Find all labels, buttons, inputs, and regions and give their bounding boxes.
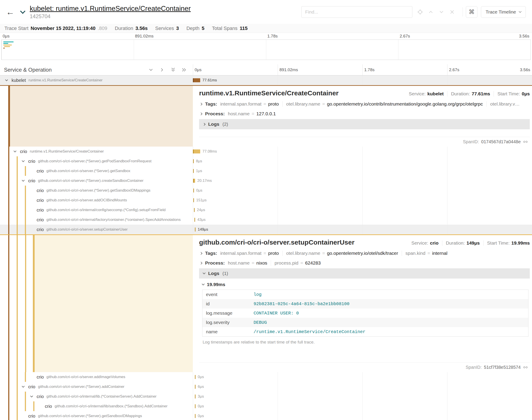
log-timestamp-row[interactable]: 19.99ms [202, 280, 529, 289]
log-footnote: Log timestamps are relative to the start… [203, 340, 529, 345]
span-duration-label: 43μs [197, 218, 205, 222]
span-row[interactable]: criogithub.com/cri-o/cri-o/server.(*Serv… [0, 156, 532, 166]
span-bar[interactable] [195, 385, 196, 389]
span-bar[interactable] [195, 404, 196, 408]
span-bar[interactable] [195, 414, 196, 418]
span-bar[interactable] [193, 198, 194, 202]
span-duration-label: 77.61ms [203, 78, 217, 82]
span-row[interactable]: criogithub.com/cri-o/cri-o/server.(*Serv… [0, 186, 532, 195]
indent-guide [17, 195, 18, 205]
span-bar[interactable] [195, 227, 196, 231]
span-row[interactable]: criogithub.com/cri-o/cri-o/internal/lib/… [0, 401, 532, 411]
span-detail-meta: Service:crio Duration:149μs Start Time:1… [411, 240, 530, 246]
span-bar[interactable] [194, 208, 195, 212]
trace-view-selector[interactable]: Trace Timeline [481, 6, 526, 18]
find-controls [416, 8, 456, 16]
span-detail-title: github.com/cri-o/cri-o/server.setupConta… [199, 239, 354, 246]
indent-guide [25, 392, 26, 401]
span-bar[interactable] [194, 218, 195, 222]
find-clear-icon[interactable] [448, 8, 456, 16]
trace-duration: Duration3.56s [115, 26, 148, 31]
log-field-value: log [250, 290, 529, 299]
indent-guide [17, 166, 18, 176]
logs-accordion[interactable]: Logs (1) [199, 268, 530, 279]
span-row[interactable]: criogithub.com/cri-o/cri-o/internal/fact… [0, 215, 532, 225]
span-row[interactable]: criogithub.com/cri-o/cri-o/server.(*Serv… [0, 176, 532, 186]
span-row[interactable]: kubeletruntime.v1.RuntimeService/CreateC… [0, 75, 532, 85]
process-accordion[interactable]: Process: host.name=127.0.0.1 [199, 109, 530, 119]
back-button[interactable]: ← [4, 6, 16, 18]
chevron-right-icon [200, 262, 203, 265]
jaeger-trace-page: ← kubelet: runtime.v1.RuntimeService/Cre… [0, 0, 532, 420]
process-accordion[interactable]: Process: host.name=nixosprocess.pid=6242… [199, 258, 530, 268]
service-name: crio [37, 394, 44, 399]
link-icon[interactable] [523, 365, 528, 370]
span-row[interactable]: criogithub.com/cri-o/cri-o/server.(*Serv… [0, 166, 532, 176]
indent-guide [25, 195, 26, 205]
span-bar[interactable] [193, 169, 194, 173]
span-row[interactable]: criogithub.com/cri-o/cri-o/server.addIma… [0, 372, 532, 382]
chevron-down-icon [519, 10, 522, 13]
service-name: crio [28, 384, 35, 390]
expand-all-icon[interactable] [181, 67, 188, 73]
trace-minimap[interactable] [1, 40, 531, 60]
tag-pair: process.pid=624283 [271, 260, 321, 266]
service-name: crio [28, 159, 35, 164]
find-prev-icon[interactable] [427, 8, 435, 16]
chevron-down-icon[interactable] [4, 78, 9, 83]
span-row[interactable]: criogithub.com/cri-o/cri-o/internal/conf… [0, 205, 532, 215]
span-bar[interactable] [193, 179, 195, 183]
span-row[interactable]: criogithub.com/cri-o/cri-o/server.(*Serv… [0, 382, 532, 392]
locate-icon[interactable] [416, 8, 424, 16]
minimap-span [3, 45, 12, 45]
log-field-key: log.severity [203, 318, 250, 327]
operation-name: github.com/cri-o/cri-o/server.(*Server).… [38, 159, 151, 164]
spanid-row: SpanID: 51cf7f38e5128574 [199, 362, 530, 371]
span-row[interactable]: criogithub.com/cri-o/cri-o/server.addOCI… [0, 195, 532, 205]
link-icon[interactable] [523, 139, 528, 144]
span-detail-crio: github.com/cri-o/cri-o/server.setupConta… [0, 234, 532, 372]
indent-guide [17, 382, 18, 392]
service-name: crio [37, 188, 44, 193]
indent-guide [8, 215, 9, 225]
span-row[interactable]: criogithub.com/cri-o/cri-o/server.(*Serv… [0, 411, 532, 420]
indent-guide [17, 392, 18, 401]
log-entry: 19.99ms eventlogid92b82381-025c-4a64-815… [199, 279, 530, 345]
indent-guide [25, 215, 26, 225]
span-row[interactable]: crioruntime.v1.RuntimeService/CreateCont… [0, 147, 532, 156]
indent-guide [33, 235, 35, 372]
span-duration-label: 0μs [198, 404, 204, 408]
span-row[interactable]: criogithub.com/cri-o/cri-o/internal/lib.… [0, 392, 532, 401]
span-bar[interactable] [193, 150, 200, 153]
span-bar[interactable] [193, 159, 194, 163]
operation-name: github.com/cri-o/cri-o/server.(*Server).… [38, 179, 143, 183]
find-next-icon[interactable] [438, 8, 445, 16]
chevron-down-icon[interactable] [29, 394, 34, 399]
span-bar[interactable] [193, 78, 200, 82]
detail-indent-crio [0, 235, 193, 372]
keyboard-shortcuts-button[interactable]: ⌘ [466, 6, 477, 18]
collapse-one-icon[interactable] [148, 67, 154, 73]
collapse-all-icon[interactable] [170, 67, 176, 73]
logs-accordion[interactable]: Logs (2) [199, 119, 530, 129]
minimap-span [3, 48, 5, 48]
tags-accordion[interactable]: Tags: internal.span.format=protootel.lib… [199, 248, 530, 258]
trace-title-link[interactable]: kubelet: runtime.v1.RuntimeService/Creat… [30, 5, 191, 13]
find-input[interactable] [301, 6, 412, 18]
service-name: crio [37, 168, 44, 174]
chevron-down-icon[interactable] [13, 149, 17, 154]
chevron-down-icon[interactable] [21, 384, 26, 389]
indent-guide [8, 86, 10, 147]
chevron-down-icon[interactable] [21, 178, 26, 183]
expand-one-icon[interactable] [159, 67, 165, 73]
chevron-down-icon[interactable] [21, 159, 26, 164]
chevron-down-icon [20, 8, 25, 14]
span-bar[interactable] [195, 394, 196, 399]
operation-name: github.com/cri-o/cri-o/internal/lib/sand… [55, 404, 167, 408]
top-bar-right: ⌘ Trace Timeline [301, 6, 526, 18]
trace-header-collapse-toggle[interactable] [18, 7, 28, 17]
tags-accordion[interactable]: Tags: internal.span.format=protootel.lib… [199, 99, 530, 109]
span-bar[interactable] [193, 189, 194, 193]
span-bar[interactable] [195, 375, 196, 379]
span-row[interactable]: criogithub.com/cri-o/cri-o/server.setupC… [0, 225, 532, 234]
